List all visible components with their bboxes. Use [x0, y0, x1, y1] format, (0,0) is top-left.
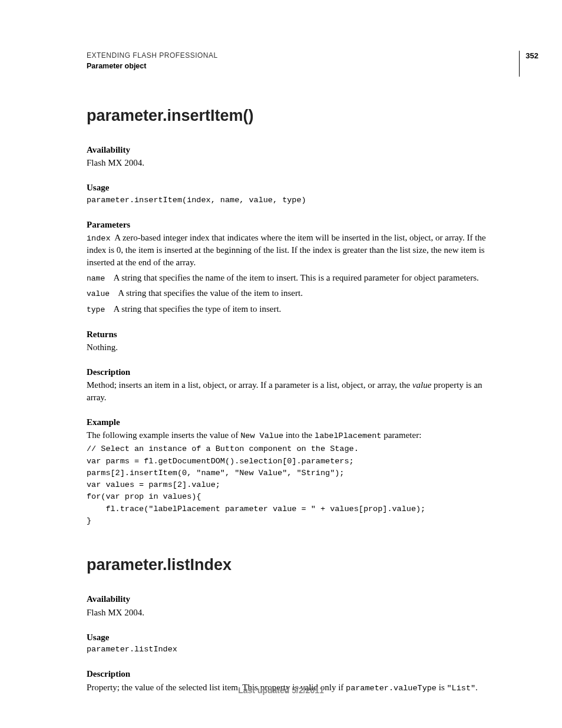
param-name: name A string that specifies the name of…	[87, 272, 503, 284]
usage-label: Usage	[87, 182, 503, 193]
returns-text: Nothing.	[87, 341, 503, 353]
usage-code-2: parameter.listIndex	[87, 644, 503, 655]
footer-last-updated: Last updated 5/2/2011	[0, 685, 562, 696]
description-label: Description	[87, 366, 503, 378]
param-description: A string that specifies the value of the…	[118, 288, 303, 298]
header-subtitle: Parameter object	[87, 61, 218, 71]
param-value: value A string that specifies the value …	[87, 287, 503, 299]
header-left: EXTENDING FLASH PROFESSIONAL Parameter o…	[87, 51, 218, 71]
param-name-code: type	[87, 305, 105, 314]
availability-label: Availability	[87, 144, 503, 156]
availability-label-2: Availability	[87, 593, 503, 605]
header-title: EXTENDING FLASH PROFESSIONAL	[87, 51, 218, 60]
availability-text: Flash MX 2004.	[87, 157, 503, 169]
param-index: index A zero-based integer index that in…	[87, 232, 503, 268]
section-heading-insertitem: parameter.insertItem()	[87, 105, 503, 126]
param-name-code: value	[87, 289, 110, 298]
usage-label-2: Usage	[87, 631, 503, 643]
param-name-code: name	[87, 274, 105, 283]
example-label: Example	[87, 416, 503, 428]
param-description: A string that specifies the type of item…	[113, 304, 281, 314]
description-label-2: Description	[87, 668, 503, 680]
usage-code: parameter.insertItem(index, name, value,…	[87, 195, 503, 206]
page-header: EXTENDING FLASH PROFESSIONAL Parameter o…	[87, 51, 503, 77]
returns-label: Returns	[87, 328, 503, 340]
description-text: Method; inserts an item in a list, objec…	[87, 379, 503, 403]
example-text: The following example inserts the value …	[87, 429, 503, 442]
param-description: A zero-based integer index that indicate…	[87, 233, 486, 266]
availability-text-2: Flash MX 2004.	[87, 607, 503, 618]
param-description: A string that specifies the name of the …	[113, 273, 478, 282]
example-code-block: // Select an instance of a Button compon…	[87, 443, 503, 527]
param-type: type A string that specifies the type of…	[87, 303, 503, 315]
page-number: 352	[519, 51, 538, 77]
param-name-code: index	[87, 234, 111, 243]
parameters-label: Parameters	[87, 219, 503, 230]
section-heading-listindex: parameter.listIndex	[87, 554, 503, 575]
